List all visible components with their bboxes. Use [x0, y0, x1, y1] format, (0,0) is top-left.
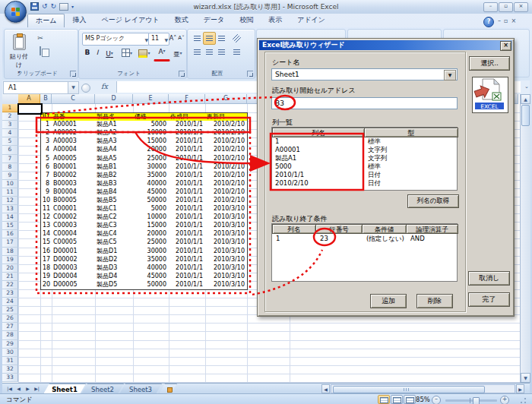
select-all-corner[interactable]	[2, 94, 19, 105]
hscroll-left-icon[interactable]: ◀	[321, 384, 330, 393]
column-list[interactable]: 列名型1標準A00001文字列製品A1文字列5000標準2010/1/1日付20…	[271, 127, 458, 191]
sheet-name-dropdown-icon[interactable]: ▼	[444, 70, 456, 80]
row-header-24[interactable]: 24	[2, 298, 18, 306]
add-button[interactable]: 追加	[370, 294, 407, 308]
end-condition-header[interactable]: 列名	[272, 224, 316, 234]
clipboard-dialog-launcher-icon[interactable]	[70, 71, 76, 77]
formula-bar-expand-icon[interactable]: ⌄	[522, 81, 531, 93]
ribbon-tab-アドイン[interactable]: アドイン	[290, 14, 333, 27]
ribbon-tab-表示[interactable]: 表示	[261, 14, 290, 27]
row-header-6[interactable]: 6	[2, 146, 18, 154]
indent-icon[interactable]	[230, 46, 243, 58]
borders-button[interactable]: ▾	[119, 46, 135, 60]
nav-next-icon[interactable]: ▶	[24, 384, 32, 393]
column-header-G[interactable]: G	[205, 94, 247, 104]
column-list-row[interactable]: 2010/2/10日付	[272, 179, 458, 188]
end-condition-table[interactable]: 列名行番号条件値論理演算子123(指定しない)AND	[271, 223, 458, 282]
row-header-17[interactable]: 17	[2, 238, 18, 247]
zoom-level[interactable]: 85%	[416, 396, 430, 403]
phonetic-guide-button[interactable]: 亜▾	[170, 46, 185, 60]
column-header-C[interactable]: C	[52, 94, 95, 104]
delete-button[interactable]: 削除	[416, 294, 453, 308]
dialog-close-icon[interactable]: ×	[500, 41, 511, 51]
ribbon-tab-データ[interactable]: データ	[196, 14, 232, 27]
cell[interactable]: 50000	[133, 281, 169, 290]
ribbon-tab-挿入[interactable]: 挿入	[65, 14, 93, 27]
get-column-names-button[interactable]: 列名の取得	[407, 194, 459, 208]
restore-button[interactable]: ▫	[499, 2, 513, 12]
ribbon-tab-数式[interactable]: 数式	[167, 14, 196, 27]
column-header-F[interactable]: F	[169, 94, 205, 104]
horizontal-scroll-thumb[interactable]	[333, 386, 485, 393]
row-header-11[interactable]: 11	[2, 188, 18, 197]
row-header-3[interactable]: 3	[2, 121, 18, 129]
orientation-icon[interactable]	[230, 32, 243, 45]
row-header-16[interactable]: 16	[2, 230, 18, 238]
insert-function-icon[interactable]: fx	[101, 82, 108, 90]
row-header-31[interactable]: 31	[2, 357, 18, 365]
column-list-row[interactable]: 5000標準	[272, 163, 458, 171]
row-header-29[interactable]: 29	[2, 340, 18, 349]
align-middle-icon[interactable]	[203, 32, 216, 45]
help-icon[interactable]: ?	[483, 17, 494, 27]
row-header-28[interactable]: 28	[2, 331, 18, 339]
zoom-in-icon[interactable]: +	[500, 396, 509, 404]
row-header-9[interactable]: 9	[2, 172, 18, 180]
fill-color-button[interactable]: ▾	[136, 46, 153, 60]
finish-button[interactable]: 完了	[468, 292, 510, 307]
row-header-13[interactable]: 13	[2, 205, 18, 213]
office-button[interactable]	[5, 1, 27, 23]
align-center-icon[interactable]	[203, 46, 216, 58]
align-top-icon[interactable]	[191, 32, 204, 45]
horizontal-scrollbar[interactable]	[331, 384, 515, 393]
doc-minimize-icon[interactable]: –	[498, 17, 501, 25]
formula-bar-splitter[interactable]	[81, 84, 90, 93]
name-box[interactable]: A1	[3, 81, 73, 94]
column-list-row[interactable]: 1標準	[272, 137, 458, 146]
cancel-button[interactable]: 取消し	[468, 271, 510, 286]
column-header-E[interactable]: E	[133, 94, 169, 104]
column-list-row[interactable]: 2010/1/1日付	[272, 171, 458, 179]
alignment-dialog-launcher-icon[interactable]	[247, 71, 253, 77]
vertical-scrollbar[interactable]: ▲ ▼	[520, 94, 530, 383]
row-header-8[interactable]: 8	[2, 163, 18, 172]
vertical-scroll-thumb[interactable]	[521, 105, 530, 126]
row-header-10[interactable]: 10	[2, 180, 18, 188]
doc-restore-icon[interactable]: ▫	[504, 17, 508, 25]
hscroll-right-icon[interactable]: ▶	[516, 384, 524, 393]
zoom-slider[interactable]	[445, 399, 497, 402]
font-dialog-launcher-icon[interactable]	[179, 71, 185, 77]
undo-icon[interactable]: ↺	[42, 2, 48, 11]
italic-button[interactable]: I	[92, 46, 103, 60]
underline-button[interactable]: U▾	[102, 46, 117, 60]
ribbon-tab-ホーム[interactable]: ホーム	[27, 14, 65, 27]
row-header-15[interactable]: 15	[2, 222, 18, 230]
active-cell-selection[interactable]	[17, 103, 43, 115]
qat-customize-icon[interactable]: ▾	[71, 2, 74, 11]
row-header-21[interactable]: 21	[2, 273, 18, 281]
row-header-2[interactable]: 2	[2, 112, 18, 121]
close-button[interactable]: ×	[514, 2, 528, 12]
row-header-32[interactable]: 32	[2, 365, 18, 374]
row-header-33[interactable]: 33	[2, 374, 18, 382]
sheet-tab-Sheet1[interactable]: Sheet1	[43, 383, 86, 394]
bold-button[interactable]: B	[82, 46, 93, 60]
zoom-slider-thumb[interactable]	[473, 397, 480, 404]
shrink-font-button[interactable]: A˅	[176, 32, 186, 46]
minimize-button[interactable]: –	[483, 2, 498, 12]
name-box-dropdown-icon[interactable]: ▼	[68, 81, 79, 94]
end-condition-header[interactable]: 論理演算子	[406, 224, 458, 234]
ribbon-tab-校閲[interactable]: 校閲	[232, 14, 261, 27]
row-header-23[interactable]: 23	[2, 289, 18, 298]
print-preview-icon[interactable]	[59, 3, 68, 11]
font-color-button[interactable]: A▾	[154, 46, 170, 62]
end-condition-header[interactable]: 行番号	[315, 224, 363, 234]
save-icon[interactable]	[30, 2, 39, 11]
doc-close-icon[interactable]: ×	[511, 17, 516, 25]
start-cell-input[interactable]: B3	[271, 97, 458, 109]
row-header-7[interactable]: 7	[2, 155, 18, 163]
row-header-14[interactable]: 14	[2, 213, 18, 222]
cell[interactable]: 20	[40, 281, 52, 290]
font-name-combo[interactable]: MS Pゴシック ▼	[82, 33, 150, 46]
align-bottom-icon[interactable]	[215, 32, 228, 45]
